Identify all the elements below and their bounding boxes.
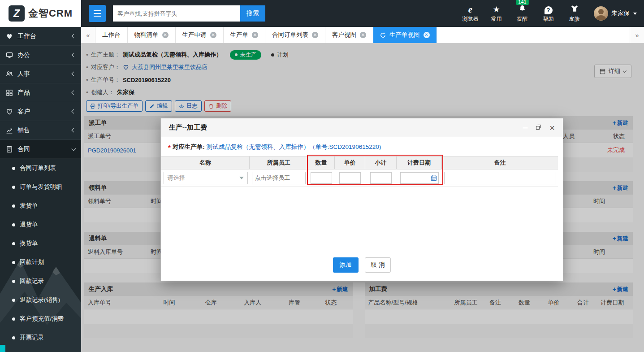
- remark-input[interactable]: [444, 172, 556, 184]
- bullet-icon: [12, 186, 15, 189]
- bell-icon: [510, 4, 536, 14]
- bullet-icon: [12, 280, 15, 283]
- dialog-production-processing-fee: 生产--加工费 ─ × * 对应生产单: 测试成品复检（无需领料、入库操作）（单…: [160, 118, 563, 281]
- dialog-header: 生产--加工费 ─ ×: [161, 118, 563, 137]
- close-icon[interactable]: ×: [549, 123, 555, 132]
- logo-mark-icon: Z: [9, 5, 25, 22]
- monitor-icon: [6, 52, 13, 59]
- document-icon: [6, 146, 13, 153]
- chevron-down-icon: [239, 177, 244, 179]
- chevron-left-icon: [72, 34, 76, 39]
- chevron-left-icon: [72, 53, 76, 57]
- app-logo: Z 金智CRM: [0, 0, 81, 27]
- billing-date-field: [400, 172, 439, 184]
- tabs-scroll-right-button[interactable]: »: [630, 27, 644, 43]
- topbar-nav: e 浏览器 ★ 常用 141 提醒 ? 帮助: [458, 0, 641, 27]
- subtotal-input[interactable]: [370, 172, 392, 184]
- minimize-icon[interactable]: ─: [523, 124, 528, 131]
- global-search: 搜索: [113, 5, 265, 22]
- sidebar-item-office[interactable]: 办公: [0, 46, 81, 65]
- cancel-button[interactable]: 取 消: [365, 257, 391, 273]
- sidebar-item-product[interactable]: 产品: [0, 83, 81, 102]
- close-icon[interactable]: ✕: [360, 32, 366, 38]
- billing-date-input[interactable]: [401, 173, 431, 183]
- close-icon[interactable]: ✕: [162, 32, 169, 38]
- tab-contract-orders[interactable]: 合同订单列表✕: [265, 27, 325, 43]
- sidebar-subitem-invoice-record[interactable]: 开票记录: [0, 328, 81, 347]
- sidebar-item-sales[interactable]: 销售: [0, 121, 81, 140]
- required-asterisk: *: [168, 143, 171, 151]
- sidebar-subitem-contract-orders[interactable]: 合同订单列表: [0, 159, 81, 178]
- sidebar-item-hr[interactable]: 人事: [0, 65, 81, 83]
- sidebar-subitem-prepaid-consume[interactable]: 客户预充值/消费: [0, 309, 81, 328]
- tabs-scroll-left-button[interactable]: «: [81, 27, 95, 43]
- browser-icon: e: [458, 4, 484, 14]
- calendar-icon[interactable]: [431, 175, 437, 181]
- chevron-left-icon: [72, 109, 76, 114]
- production-order-link[interactable]: 测试成品复检（无需领料、入库操作）（单号:SCD20190615220): [207, 143, 381, 151]
- corner-accent: [0, 345, 5, 352]
- sidebar-subitem-return-order[interactable]: 退货单: [0, 215, 81, 234]
- close-icon[interactable]: ✕: [424, 32, 430, 38]
- fee-entry-row: 请选择: [161, 169, 558, 187]
- nav-reminders[interactable]: 141 提醒: [510, 4, 536, 23]
- sidebar-subitem-exchange-order[interactable]: 换货单: [0, 234, 81, 253]
- tab-bom[interactable]: 物料清单✕: [128, 27, 176, 43]
- sidebar-toggle-button[interactable]: [89, 5, 106, 22]
- add-button[interactable]: 添加: [333, 257, 359, 273]
- shirt-icon: [562, 4, 588, 14]
- sidebar-item-workbench[interactable]: 工作台: [0, 27, 81, 46]
- search-input[interactable]: [113, 5, 240, 22]
- users-icon: [6, 70, 13, 78]
- chevron-left-icon: [72, 91, 76, 95]
- close-icon[interactable]: ✕: [252, 32, 258, 38]
- sidebar-subitem-refund-record[interactable]: 退款记录(销售): [0, 291, 81, 309]
- heart-icon: [6, 33, 13, 40]
- close-icon[interactable]: ✕: [210, 32, 216, 38]
- bullet-icon: [12, 336, 15, 339]
- employee-picker-input[interactable]: [252, 172, 306, 184]
- nav-browser[interactable]: e 浏览器: [458, 4, 484, 23]
- sidebar-item-customer[interactable]: 客户: [0, 102, 81, 121]
- help-icon: ?: [536, 4, 562, 14]
- app-window: Z 金智CRM 搜索 e 浏览器 ★ 常用 141 提醒: [0, 0, 644, 352]
- nav-favorites[interactable]: ★ 常用: [484, 4, 510, 23]
- star-icon: ★: [484, 4, 510, 14]
- bullet-icon: [12, 167, 15, 170]
- tab-production-request[interactable]: 生产申请✕: [176, 27, 224, 43]
- nav-skin[interactable]: 皮肤: [562, 4, 588, 23]
- logo-text: 金智CRM: [28, 7, 73, 20]
- chevron-left-icon: [72, 128, 76, 133]
- topbar: Z 金智CRM 搜索 e 浏览器 ★ 常用 141 提醒: [0, 0, 644, 27]
- sidebar-item-contract[interactable]: 合同: [0, 140, 81, 159]
- heart-outline-icon: [6, 108, 13, 115]
- sidebar-subitem-shipping-order[interactable]: 发货单: [0, 196, 81, 215]
- search-button[interactable]: 搜索: [240, 5, 265, 22]
- bullet-icon: [12, 242, 15, 245]
- unit-price-input[interactable]: [339, 172, 361, 184]
- chevron-left-icon: [72, 72, 76, 76]
- sidebar-subitem-payment-plan[interactable]: 回款计划: [0, 253, 81, 272]
- sidebar-subitem-payment-invoice-stats[interactable]: 回款/开票统计: [0, 347, 81, 352]
- bullet-icon: [12, 317, 15, 321]
- grid-icon: [6, 89, 13, 96]
- tab-production-order-view[interactable]: 生产单视图 ✕: [373, 27, 437, 43]
- reminder-count-badge: 141: [516, 0, 528, 5]
- sidebar-subitem-order-shipping-detail[interactable]: 订单与发货明细: [0, 178, 81, 196]
- chevron-down-icon: [633, 13, 637, 15]
- tab-production-order[interactable]: 生产单✕: [224, 27, 266, 43]
- tab-workbench[interactable]: 工作台: [95, 27, 128, 43]
- chart-line-icon: [6, 127, 13, 134]
- bullet-icon: [12, 299, 15, 302]
- bullet-icon: [12, 223, 15, 226]
- tab-customer-view[interactable]: 客户视图✕: [325, 27, 373, 43]
- sidebar-subitem-payment-record[interactable]: 回款记录: [0, 272, 81, 291]
- dialog-title: 生产--加工费: [169, 123, 523, 132]
- fee-name-select[interactable]: 请选择: [164, 172, 248, 184]
- nav-help[interactable]: ? 帮助: [536, 4, 562, 23]
- table-column-headers: 名称 所属员工 数量 单价 小计 计费日期 备注: [161, 156, 558, 169]
- quantity-input[interactable]: [311, 172, 332, 184]
- user-menu[interactable]: 朱家保: [594, 6, 637, 21]
- maximize-icon[interactable]: [536, 124, 541, 131]
- close-icon[interactable]: ✕: [312, 32, 318, 38]
